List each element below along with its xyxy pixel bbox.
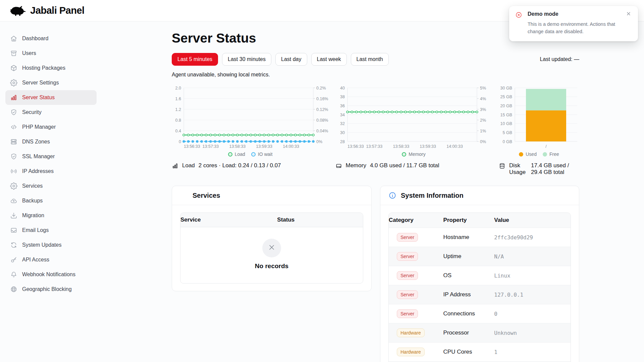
table-row: ServerOSLinux — [389, 266, 571, 285]
range-button-last-5-minutes[interactable]: Last 5 minutes — [172, 53, 218, 66]
cloud-up-icon — [10, 197, 17, 204]
svg-text:13:58:33: 13:58:33 — [229, 144, 246, 149]
system-card-body: Category Property Value ServerHostname2f… — [380, 205, 579, 362]
sidebar-item-label: Backups — [22, 198, 43, 204]
value-cell: 127.0.0.1 — [494, 292, 571, 298]
range-button-last-30-minutes[interactable]: Last 30 minutes — [222, 53, 271, 66]
services-table: Service Status No records — [180, 213, 363, 284]
load-metric-label: Load — [182, 162, 195, 169]
sidebar-item-ip-addresses[interactable]: IP Addresses — [5, 164, 97, 179]
system-table-header: Category Property Value — [389, 213, 571, 228]
svg-text:/: / — [545, 144, 547, 149]
sidebar-item-label: Server Status — [22, 95, 55, 101]
legend-item-io-wait: IO wait — [251, 152, 273, 157]
sidebar-item-dns-zones[interactable]: DNS Zones — [5, 134, 97, 149]
sidebar-item-services[interactable]: Services — [5, 179, 97, 193]
legend-item-used: Used — [519, 152, 537, 157]
server-stack-icon — [180, 191, 188, 199]
sidebar-item-migration[interactable]: Migration — [5, 208, 97, 223]
services-table-header: Service Status — [180, 213, 363, 227]
legend-label: Free — [549, 152, 559, 157]
sidebar-item-users[interactable]: Users — [5, 46, 97, 61]
sidebar-item-dashboard[interactable]: Dashboard — [5, 31, 97, 46]
sidebar-item-geographic-blocking[interactable]: Geographic Blocking — [5, 282, 97, 297]
bar-chart-icon — [172, 163, 178, 169]
memory-metric-row: Memory 4.0 GB used / 11.7 GB total — [335, 162, 492, 169]
hard-drive-icon — [335, 163, 342, 169]
svg-text:5 GB: 5 GB — [503, 130, 513, 135]
property-column-header: Property — [443, 213, 494, 228]
sidebar-item-security[interactable]: Security — [5, 105, 97, 120]
memory-chart: 403836343230285%4%3%2%1%0%13:56:3313:57:… — [335, 84, 492, 151]
load-chart: 2.01.61.20.80.400.2%0.16%0.12%0.08%0.04%… — [172, 84, 329, 151]
legend-dot — [251, 152, 256, 157]
sidebar-item-hosting-packages[interactable]: Hosting Packages — [5, 61, 97, 75]
server-stack-icon — [10, 138, 17, 145]
property-cell: Uptime — [443, 253, 494, 260]
svg-text:1.6: 1.6 — [175, 97, 181, 101]
sidebar-item-php-manager[interactable]: PHP Manager — [5, 120, 97, 134]
sidebar-item-label: API Access — [22, 257, 49, 263]
system-card-title: System Information — [401, 192, 464, 199]
legend-label: Load — [235, 152, 245, 157]
value-cell: 2ffc3de90d29 — [494, 234, 571, 241]
bell-icon — [10, 271, 17, 278]
svg-text:30 GB: 30 GB — [500, 86, 512, 90]
archive-icon — [10, 50, 17, 57]
sidebar-item-system-updates[interactable]: System Updates — [5, 238, 97, 252]
range-button-last-month[interactable]: Last month — [351, 53, 389, 66]
services-empty-state: No records — [180, 227, 363, 283]
svg-text:13:58:33: 13:58:33 — [393, 144, 409, 149]
property-cell: IP Address — [443, 291, 494, 298]
sidebar-item-label: Dashboard — [22, 36, 48, 42]
sidebar-item-label: SSL Manager — [22, 154, 55, 160]
svg-text:36: 36 — [340, 104, 345, 108]
sidebar-item-server-status[interactable]: Server Status — [5, 90, 97, 105]
sidebar-item-backups[interactable]: Backups — [5, 193, 97, 208]
legend-label: Used — [526, 152, 537, 157]
toast-close-button[interactable] — [626, 11, 631, 16]
sidebar-item-ssl-manager[interactable]: SSL Manager — [5, 149, 97, 164]
sidebar-item-label: Users — [22, 50, 36, 56]
info-icon — [388, 191, 396, 199]
sidebar-item-label: Geographic Blocking — [22, 286, 72, 292]
range-button-last-week[interactable]: Last week — [311, 53, 347, 66]
app-title: Jabali Panel — [30, 5, 85, 16]
sidebar-item-server-settings[interactable]: Server Settings — [5, 75, 97, 90]
svg-text:13:56:33: 13:56:33 — [184, 144, 200, 149]
property-cell: CPU Cores — [443, 349, 494, 355]
svg-text:0%: 0% — [316, 139, 322, 144]
sidebar-item-api-access[interactable]: API Access — [5, 252, 97, 267]
sidebar-item-label: IP Addresses — [22, 168, 54, 174]
svg-text:0.2%: 0.2% — [316, 86, 326, 90]
sidebar-item-email-logs[interactable]: Email Logs — [5, 223, 97, 238]
memory-chart-panel: 403836343230285%4%3%2%1%0%13:56:3313:57:… — [335, 84, 492, 176]
load-metric-row: Load 2 cores · Load: 0.24 / 0.13 / 0.07 — [172, 162, 329, 169]
value-cell: 0 — [494, 311, 571, 317]
sidebar-item-label: Email Logs — [22, 227, 49, 233]
shield-check-icon — [10, 153, 17, 160]
gear-icon — [10, 182, 17, 190]
disk-metric-row: Disk Usage 17.4 GB used / 29.4 GB total — [499, 162, 579, 176]
sidebar: DashboardUsersHosting PackagesServer Set… — [0, 21, 101, 362]
svg-text:32: 32 — [340, 121, 345, 126]
category-badge: Hardware — [397, 348, 425, 357]
x-icon — [268, 243, 276, 253]
sidebar-item-label: Server Settings — [22, 80, 59, 86]
value-cell: Linux — [494, 273, 571, 279]
load-metric-value: 2 cores · Load: 0.24 / 0.13 / 0.07 — [199, 162, 281, 169]
svg-text:3%: 3% — [480, 107, 486, 112]
sidebar-item-label: Hosting Packages — [22, 65, 65, 71]
table-row: ServerHostname2ffc3de90d29 — [389, 228, 571, 247]
system-card-header: System Information — [380, 186, 579, 205]
app-logo[interactable]: Jabali Panel — [9, 5, 85, 17]
sidebar-item-webhook-notifications[interactable]: Webhook Notifications — [5, 267, 97, 282]
table-row: HardwareProcessorUnknown — [389, 323, 571, 342]
value-column-header: Value — [494, 213, 571, 228]
time-range-buttons: Last 5 minutesLast 30 minutesLast dayLas… — [172, 53, 389, 66]
range-button-last-day[interactable]: Last day — [275, 53, 307, 66]
value-cell: 1 — [494, 349, 571, 355]
x-circle-icon — [515, 11, 522, 18]
bar-chart-icon — [10, 94, 17, 101]
svg-text:28: 28 — [340, 139, 345, 144]
